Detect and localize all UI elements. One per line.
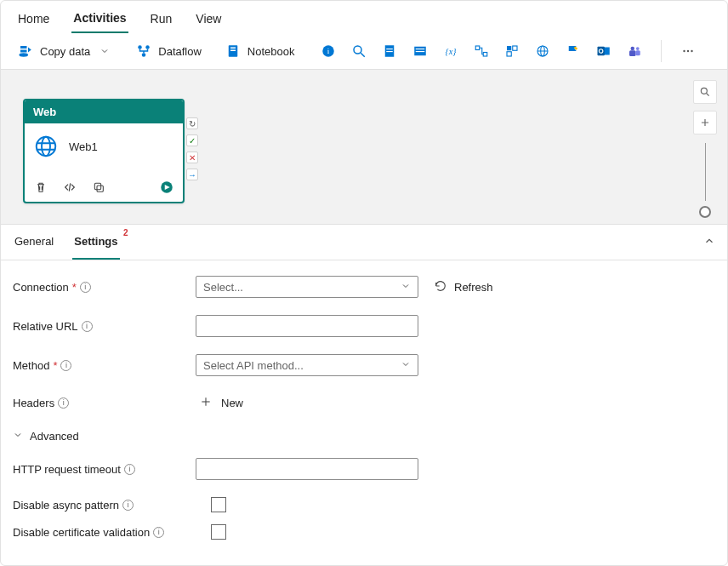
info-icon[interactable]: i: [80, 282, 91, 293]
new-header-button[interactable]: New: [196, 393, 247, 413]
required-mark: *: [53, 359, 57, 372]
svg-rect-5: [230, 48, 236, 49]
info-icon[interactable]: i: [124, 464, 135, 475]
delete-icon[interactable]: [33, 180, 48, 195]
svg-point-34: [686, 50, 688, 52]
variable-icon[interactable]: {x}: [443, 43, 458, 59]
flag-icon[interactable]: [566, 43, 581, 59]
svg-rect-20: [507, 46, 511, 50]
flow-icon[interactable]: [474, 43, 489, 59]
svg-point-2: [146, 45, 151, 49]
disable-cert-checkbox[interactable]: [211, 524, 226, 540]
chevron-down-icon: [401, 359, 411, 372]
activity-output-handles: ↻ ✓ ✕ →: [186, 117, 198, 180]
toolbar-separator: [661, 40, 662, 62]
zoom-slider-track[interactable]: [705, 143, 706, 201]
svg-rect-40: [94, 183, 100, 189]
zoom-slider-knob[interactable]: [699, 206, 711, 218]
relative-url-label: Relative URL: [13, 320, 78, 333]
code-icon[interactable]: [62, 180, 77, 195]
web-activity-card[interactable]: Web Web1: [23, 99, 185, 203]
notebook-button[interactable]: Notebook: [220, 40, 300, 62]
tab-general[interactable]: General: [13, 225, 55, 260]
disable-async-checkbox[interactable]: [211, 497, 226, 512]
more-icon[interactable]: [680, 43, 696, 59]
method-placeholder: Select API method...: [203, 359, 304, 372]
connection-select[interactable]: Select...: [196, 276, 418, 298]
relative-url-input[interactable]: [196, 315, 418, 337]
template-icon[interactable]: [504, 43, 520, 59]
tab-run[interactable]: Run: [149, 9, 174, 32]
settings-badge: 2: [123, 228, 128, 237]
copy-data-label: Copy data: [40, 45, 90, 58]
svg-point-30: [635, 47, 639, 50]
svg-rect-18: [475, 46, 480, 50]
timeout-input[interactable]: [196, 458, 418, 480]
method-select[interactable]: Select API method...: [196, 354, 418, 376]
chevron-down-icon: [13, 430, 23, 443]
document-icon[interactable]: [382, 43, 397, 59]
info-icon[interactable]: i: [60, 360, 71, 371]
top-tabs: Home Activities Run View: [1, 1, 727, 33]
info-icon[interactable]: i: [122, 500, 134, 511]
teams-icon[interactable]: [627, 43, 642, 59]
info-icon[interactable]: i: [58, 397, 69, 409]
advanced-section-toggle[interactable]: Advanced: [13, 430, 715, 443]
svg-point-35: [691, 50, 692, 52]
dataflow-button[interactable]: Dataflow: [131, 40, 207, 62]
handle-fail-icon[interactable]: ✕: [186, 152, 198, 163]
activity-type-label: Web: [25, 100, 183, 123]
tab-settings[interactable]: Settings 2: [72, 225, 119, 260]
advanced-label: Advanced: [30, 430, 79, 443]
copy-data-button[interactable]: Copy data: [13, 40, 117, 62]
svg-rect-15: [415, 49, 424, 49]
handle-retry-icon[interactable]: ↻: [186, 117, 198, 129]
chevron-down-icon: [401, 281, 411, 294]
canvas-search-icon[interactable]: [693, 80, 717, 104]
svg-rect-41: [97, 186, 103, 192]
toolbar: Copy data Dataflow Notebook i {x}: [1, 33, 727, 70]
tab-settings-label: Settings: [74, 235, 117, 248]
run-activity-icon[interactable]: [159, 180, 174, 195]
notebook-icon: [225, 43, 241, 59]
timeout-label: HTTP request timeout: [13, 463, 121, 476]
svg-point-1: [139, 45, 143, 49]
new-label: New: [221, 397, 243, 409]
tab-view[interactable]: View: [194, 9, 223, 32]
canvas-add-icon[interactable]: [693, 111, 717, 134]
disable-cert-label: Disable certificate validation: [13, 526, 150, 539]
pipeline-canvas[interactable]: Web Web1 ↻ ✓: [1, 70, 727, 225]
svg-point-3: [142, 53, 146, 57]
svg-rect-27: [597, 47, 604, 56]
svg-text:{x}: {x}: [445, 47, 457, 56]
svg-point-9: [354, 46, 361, 54]
info-circle-icon[interactable]: i: [321, 43, 336, 59]
outlook-icon[interactable]: [596, 43, 611, 59]
disable-async-label: Disable async pattern: [13, 499, 119, 512]
refresh-icon: [434, 279, 447, 295]
tab-activities[interactable]: Activities: [71, 8, 128, 33]
svg-point-33: [683, 50, 685, 52]
tab-home[interactable]: Home: [16, 9, 51, 32]
handle-completion-icon[interactable]: →: [186, 169, 198, 180]
list-icon[interactable]: [412, 43, 428, 59]
connection-placeholder: Select...: [203, 281, 243, 294]
search-icon[interactable]: [351, 43, 367, 59]
dataflow-icon: [136, 43, 151, 59]
refresh-label: Refresh: [454, 281, 493, 294]
svg-point-37: [42, 137, 50, 157]
activity-name: Web1: [69, 140, 98, 153]
info-icon[interactable]: i: [82, 321, 93, 332]
chevron-down-icon: [97, 43, 112, 59]
plus-icon: [199, 395, 213, 411]
handle-success-icon[interactable]: ✓: [186, 134, 198, 146]
copy-icon[interactable]: [91, 180, 106, 195]
svg-point-0: [20, 53, 29, 57]
info-icon[interactable]: i: [153, 527, 164, 538]
refresh-button[interactable]: Refresh: [434, 279, 493, 295]
collapse-panel-icon[interactable]: [703, 235, 715, 249]
notebook-label: Notebook: [247, 45, 295, 58]
globe-icon[interactable]: [535, 43, 550, 59]
connection-label: Connection: [13, 281, 69, 294]
settings-form: Connection * i Select... Refresh Relativ…: [1, 260, 727, 565]
